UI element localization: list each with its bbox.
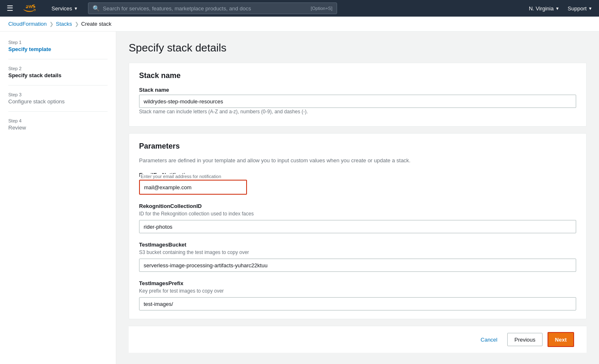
search-bar[interactable]: 🔍 [Option+S] [88, 2, 337, 14]
breadcrumb-current: Create stack [81, 21, 112, 27]
support-menu[interactable]: Support ▼ [568, 5, 592, 12]
search-shortcut: [Option+S] [311, 6, 332, 11]
test-images-prefix-label: TestImagesPrefix [139, 280, 576, 286]
top-navigation: ☰ Services ▼ 🔍 [Option+S] N. Virginia ▼ … [0, 0, 599, 17]
breadcrumb-cloudformation[interactable]: CloudFormation [8, 21, 47, 27]
sidebar-step-4: Step 4 Review [8, 118, 108, 137]
stack-name-label: Stack name [139, 87, 576, 93]
search-icon: 🔍 [93, 5, 100, 12]
breadcrumb-sep-1: ❯ [49, 21, 54, 27]
step-2-label: Step 2 [8, 66, 108, 71]
aws-logo [23, 4, 38, 13]
step-4-title: Review [8, 125, 108, 131]
rekognition-input[interactable] [139, 220, 576, 233]
previous-button[interactable]: Previous [507, 333, 543, 346]
search-input[interactable] [103, 5, 308, 12]
sidebar-step-1: Step 1 Specify template [8, 40, 108, 59]
rekognition-label: RekognitionCollectionID [139, 203, 576, 209]
menu-icon[interactable]: ☰ [7, 4, 13, 13]
footer-bar: Cancel Previous Next [129, 326, 587, 353]
stack-name-input[interactable] [139, 95, 576, 108]
parameters-card: Parameters Parameters are defined in you… [129, 133, 587, 319]
next-button[interactable]: Next [548, 332, 574, 347]
test-images-bucket-input[interactable] [139, 259, 576, 272]
region-selector[interactable]: N. Virginia ▼ [529, 5, 560, 12]
breadcrumb-sep-2: ❯ [75, 21, 79, 27]
support-chevron-icon: ▼ [588, 6, 592, 11]
test-images-prefix-field-group: TestImagesPrefix Key prefix for test ima… [139, 280, 576, 310]
test-images-prefix-hint: Key prefix for test images to copy over [139, 288, 576, 294]
email-field-group: EmailForNotification Enter your email ad… [139, 172, 576, 195]
rekognition-field-group: RekognitionCollectionID ID for the Rekog… [139, 203, 576, 233]
page-title: Specify stack details [129, 42, 587, 54]
nav-right: N. Virginia ▼ Support ▼ [529, 5, 592, 12]
test-images-bucket-field-group: TestImagesBucket S3 bucket containing th… [139, 242, 576, 272]
step-1-label: Step 1 [8, 40, 108, 45]
region-chevron-icon: ▼ [555, 6, 560, 11]
test-images-prefix-input[interactable] [139, 297, 576, 310]
main-container: Step 1 Specify template Step 2 Specify s… [0, 32, 599, 364]
email-input[interactable] [141, 181, 245, 193]
stack-name-hint: Stack name can include letters (A-Z and … [139, 109, 576, 115]
test-images-bucket-label: TestImagesBucket [139, 242, 576, 248]
step-3-title: Configure stack options [8, 98, 108, 105]
test-images-bucket-hint: S3 bucket containing the test images to … [139, 249, 576, 255]
stack-name-card: Stack name Stack name Stack name can inc… [129, 63, 587, 127]
stack-name-section-title: Stack name [139, 71, 576, 80]
step-1-title[interactable]: Specify template [8, 46, 108, 52]
sidebar-step-3: Step 3 Configure stack options [8, 92, 108, 112]
step-4-label: Step 4 [8, 118, 108, 123]
cancel-button[interactable]: Cancel [476, 334, 502, 345]
parameters-section-title: Parameters [139, 142, 576, 151]
services-chevron-icon: ▼ [74, 6, 78, 11]
breadcrumb-stacks[interactable]: Stacks [56, 21, 72, 27]
breadcrumb: CloudFormation ❯ Stacks ❯ Create stack [0, 17, 599, 32]
services-button[interactable]: Services ▼ [48, 4, 81, 13]
parameters-description: Parameters are defined in your template … [139, 157, 576, 164]
rekognition-hint: ID for the Rekognition collection used t… [139, 211, 576, 217]
email-field-label: EmailForNotification [139, 172, 576, 178]
stack-name-field-group: Stack name Stack name can include letter… [139, 87, 576, 115]
step-2-title: Specify stack details [8, 72, 108, 78]
content-area: Specify stack details Stack name Stack n… [116, 32, 599, 364]
sidebar-step-2: Step 2 Specify stack details [8, 66, 108, 86]
sidebar: Step 1 Specify template Step 2 Specify s… [0, 32, 116, 364]
step-3-label: Step 3 [8, 92, 108, 97]
